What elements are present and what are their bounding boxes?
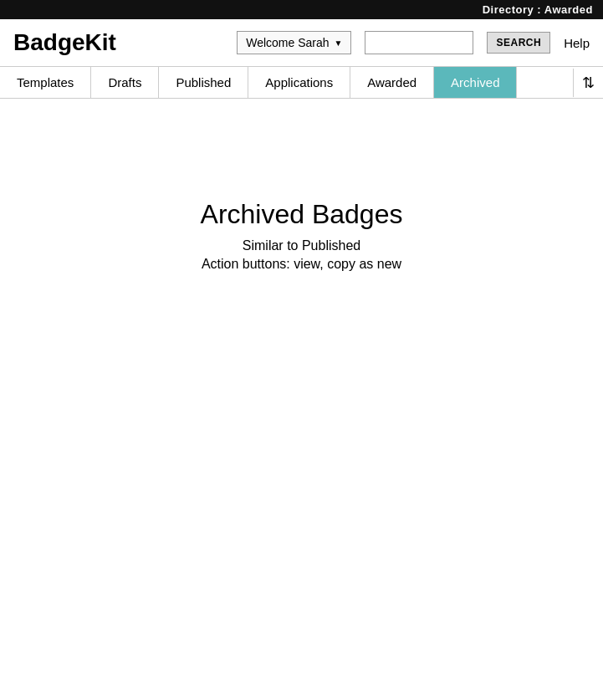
scroll-icon: ⇅ <box>582 74 595 92</box>
main-description: Action buttons: view, copy as new <box>202 257 401 272</box>
dropdown-arrow-icon: ▼ <box>335 38 343 48</box>
page-title: Archived Badges <box>201 199 403 230</box>
welcome-dropdown[interactable]: Welcome Sarah ▼ <box>237 31 351 54</box>
top-bar-text: Directory : Awarded <box>483 3 593 16</box>
tab-awarded[interactable]: Awarded <box>350 67 434 98</box>
main-content: Archived Badges Similar to Published Act… <box>0 99 603 372</box>
help-link[interactable]: Help <box>564 36 590 50</box>
tab-templates[interactable]: Templates <box>0 67 91 98</box>
tab-applications[interactable]: Applications <box>248 67 350 98</box>
welcome-label: Welcome Sarah <box>246 36 329 49</box>
app-logo: BadgeKit <box>13 29 116 56</box>
tab-published[interactable]: Published <box>159 67 248 98</box>
tab-archived[interactable]: Archived <box>434 67 517 98</box>
nav-tabs: Templates Drafts Published Applications … <box>0 66 603 99</box>
top-bar: Directory : Awarded <box>0 0 603 19</box>
search-input[interactable] <box>365 31 473 54</box>
tab-scroll-button[interactable]: ⇅ <box>573 69 603 97</box>
search-button[interactable]: SEARCH <box>487 32 550 54</box>
main-subtitle: Similar to Published <box>243 238 360 253</box>
tab-drafts[interactable]: Drafts <box>91 67 159 98</box>
header: BadgeKit Welcome Sarah ▼ SEARCH Help <box>0 19 603 66</box>
